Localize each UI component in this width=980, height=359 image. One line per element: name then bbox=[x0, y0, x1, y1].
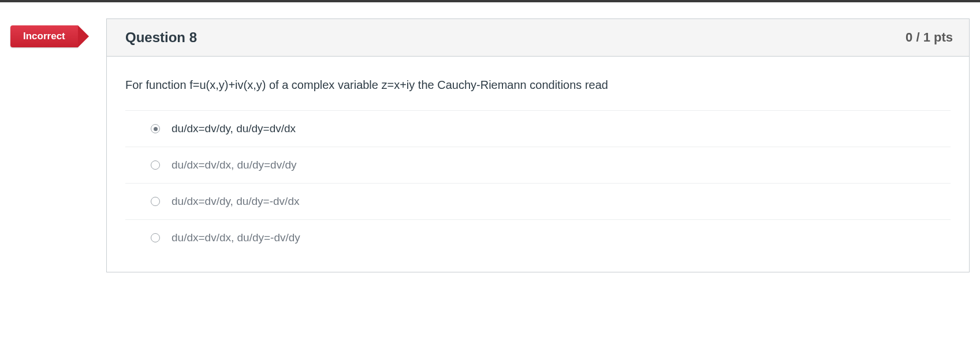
question-points: 0 / 1 pts bbox=[906, 30, 953, 45]
radio-icon bbox=[151, 124, 160, 133]
question-wrapper: Incorrect Question 8 0 / 1 pts For funct… bbox=[0, 2, 980, 296]
status-flag: Incorrect bbox=[10, 25, 78, 47]
radio-icon bbox=[151, 160, 160, 170]
question-card: Question 8 0 / 1 pts For function f=u(x,… bbox=[106, 18, 970, 272]
answer-option[interactable]: du/dx=dv/dy, du/dy=-dv/dx bbox=[125, 183, 951, 219]
radio-icon bbox=[151, 197, 160, 206]
status-flag-text: Incorrect bbox=[23, 31, 65, 42]
question-body: For function f=u(x,y)+iv(x,y) of a compl… bbox=[107, 57, 969, 272]
answer-option[interactable]: du/dx=dv/dx, du/dy=-dv/dy bbox=[125, 219, 951, 256]
question-prompt: For function f=u(x,y)+iv(x,y) of a compl… bbox=[125, 78, 951, 92]
question-header: Question 8 0 / 1 pts bbox=[107, 19, 969, 57]
answer-option[interactable]: du/dx=dv/dx, du/dy=dv/dy bbox=[125, 147, 951, 183]
question-title: Question 8 bbox=[125, 29, 197, 46]
answer-option[interactable]: du/dx=dv/dy, du/dy=dv/dx bbox=[125, 110, 951, 147]
answer-text: du/dx=dv/dy, du/dy=-dv/dx bbox=[172, 195, 299, 208]
answer-list: du/dx=dv/dy, du/dy=dv/dx du/dx=dv/dx, du… bbox=[125, 110, 951, 256]
page: Incorrect Question 8 0 / 1 pts For funct… bbox=[0, 0, 980, 296]
radio-icon bbox=[151, 233, 160, 242]
answer-text: du/dx=dv/dx, du/dy=-dv/dy bbox=[172, 231, 300, 244]
answer-text: du/dx=dv/dy, du/dy=dv/dx bbox=[172, 122, 296, 135]
answer-text: du/dx=dv/dx, du/dy=dv/dy bbox=[172, 159, 297, 171]
